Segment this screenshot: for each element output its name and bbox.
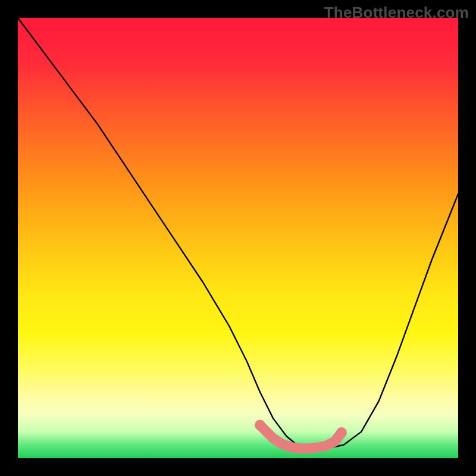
highlight-band <box>260 425 342 449</box>
chart-frame: TheBottleneck.com <box>0 0 476 476</box>
highlight-endpoint-right <box>336 427 347 438</box>
highlight-endpoint-left <box>255 420 265 431</box>
watermark-text: TheBottleneck.com <box>324 4 469 22</box>
chart-svg <box>18 18 458 458</box>
main-curve <box>18 18 458 449</box>
plot-area <box>18 18 458 458</box>
